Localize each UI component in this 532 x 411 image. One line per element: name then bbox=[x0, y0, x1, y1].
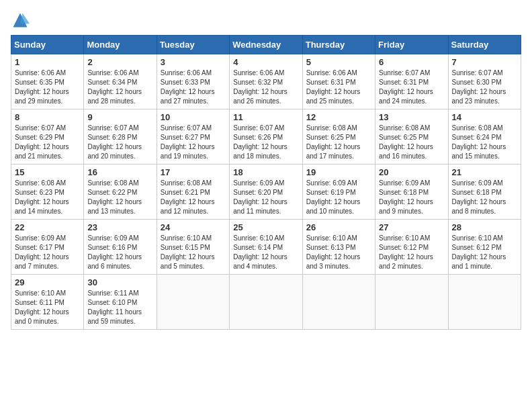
calendar-cell: 17 Sunrise: 6:08 AM Sunset: 6:21 PM Dayl… bbox=[157, 165, 229, 220]
day-info: Sunrise: 6:08 AM Sunset: 6:24 PM Dayligh… bbox=[452, 124, 517, 161]
day-number: 12 bbox=[306, 112, 371, 122]
calendar-cell bbox=[230, 275, 302, 330]
day-number: 4 bbox=[233, 57, 298, 67]
calendar-cell: 4 Sunrise: 6:06 AM Sunset: 6:32 PM Dayli… bbox=[230, 54, 302, 109]
logo bbox=[11, 11, 32, 30]
calendar-cell: 5 Sunrise: 6:06 AM Sunset: 6:31 PM Dayli… bbox=[302, 54, 375, 109]
day-number: 19 bbox=[306, 167, 371, 177]
calendar-cell: 27 Sunrise: 6:10 AM Sunset: 6:12 PM Dayl… bbox=[375, 220, 448, 275]
weekday-header-wednesday: Wednesday bbox=[230, 36, 302, 54]
calendar-cell: 22 Sunrise: 6:09 AM Sunset: 6:17 PM Dayl… bbox=[11, 220, 84, 275]
day-info: Sunrise: 6:11 AM Sunset: 6:10 PM Dayligh… bbox=[87, 289, 152, 326]
weekday-header-saturday: Saturday bbox=[448, 36, 521, 54]
calendar-week-row: 1 Sunrise: 6:06 AM Sunset: 6:35 PM Dayli… bbox=[11, 54, 521, 109]
logo-icon bbox=[11, 11, 30, 30]
day-number: 10 bbox=[161, 112, 226, 122]
calendar-cell: 6 Sunrise: 6:07 AM Sunset: 6:31 PM Dayli… bbox=[375, 54, 448, 109]
day-info: Sunrise: 6:07 AM Sunset: 6:27 PM Dayligh… bbox=[161, 124, 226, 161]
calendar-week-row: 22 Sunrise: 6:09 AM Sunset: 6:17 PM Dayl… bbox=[11, 220, 521, 275]
weekday-header-friday: Friday bbox=[375, 36, 448, 54]
day-number: 7 bbox=[452, 57, 517, 67]
day-info: Sunrise: 6:08 AM Sunset: 6:23 PM Dayligh… bbox=[15, 179, 80, 216]
day-number: 11 bbox=[233, 112, 298, 122]
day-info: Sunrise: 6:08 AM Sunset: 6:21 PM Dayligh… bbox=[161, 179, 226, 216]
calendar-week-row: 29 Sunrise: 6:10 AM Sunset: 6:11 PM Dayl… bbox=[11, 275, 521, 330]
day-info: Sunrise: 6:07 AM Sunset: 6:26 PM Dayligh… bbox=[233, 124, 298, 161]
day-number: 26 bbox=[306, 222, 371, 232]
calendar-cell: 26 Sunrise: 6:10 AM Sunset: 6:13 PM Dayl… bbox=[302, 220, 375, 275]
day-info: Sunrise: 6:10 AM Sunset: 6:12 PM Dayligh… bbox=[379, 234, 444, 271]
calendar-cell: 18 Sunrise: 6:09 AM Sunset: 6:20 PM Dayl… bbox=[230, 165, 302, 220]
calendar-cell: 30 Sunrise: 6:11 AM Sunset: 6:10 PM Dayl… bbox=[84, 275, 157, 330]
weekday-header-monday: Monday bbox=[84, 36, 157, 54]
day-info: Sunrise: 6:09 AM Sunset: 6:20 PM Dayligh… bbox=[233, 179, 298, 216]
calendar-week-row: 15 Sunrise: 6:08 AM Sunset: 6:23 PM Dayl… bbox=[11, 165, 521, 220]
day-info: Sunrise: 6:09 AM Sunset: 6:16 PM Dayligh… bbox=[87, 234, 152, 271]
day-number: 24 bbox=[161, 222, 226, 232]
day-info: Sunrise: 6:06 AM Sunset: 6:33 PM Dayligh… bbox=[161, 68, 226, 106]
weekday-header-sunday: Sunday bbox=[11, 36, 84, 54]
calendar-cell bbox=[157, 275, 229, 330]
weekday-header-tuesday: Tuesday bbox=[157, 36, 229, 54]
day-info: Sunrise: 6:07 AM Sunset: 6:29 PM Dayligh… bbox=[15, 124, 80, 161]
svg-marker-1 bbox=[20, 13, 30, 24]
day-info: Sunrise: 6:10 AM Sunset: 6:14 PM Dayligh… bbox=[233, 234, 298, 271]
day-number: 8 bbox=[15, 112, 80, 122]
day-info: Sunrise: 6:07 AM Sunset: 6:31 PM Dayligh… bbox=[379, 68, 444, 106]
day-number: 21 bbox=[452, 167, 517, 177]
day-info: Sunrise: 6:09 AM Sunset: 6:18 PM Dayligh… bbox=[379, 179, 444, 216]
day-info: Sunrise: 6:07 AM Sunset: 6:28 PM Dayligh… bbox=[87, 124, 152, 161]
day-info: Sunrise: 6:08 AM Sunset: 6:25 PM Dayligh… bbox=[306, 124, 371, 161]
day-number: 5 bbox=[306, 57, 371, 67]
calendar-cell bbox=[448, 275, 521, 330]
day-number: 17 bbox=[161, 167, 226, 177]
calendar-cell: 8 Sunrise: 6:07 AM Sunset: 6:29 PM Dayli… bbox=[11, 109, 84, 165]
day-number: 30 bbox=[87, 277, 152, 287]
calendar-cell: 10 Sunrise: 6:07 AM Sunset: 6:27 PM Dayl… bbox=[157, 109, 229, 165]
day-number: 18 bbox=[233, 167, 298, 177]
day-number: 1 bbox=[15, 57, 80, 67]
day-info: Sunrise: 6:06 AM Sunset: 6:35 PM Dayligh… bbox=[15, 68, 80, 106]
day-number: 29 bbox=[15, 277, 80, 287]
day-number: 27 bbox=[379, 222, 444, 232]
calendar-cell bbox=[302, 275, 375, 330]
day-info: Sunrise: 6:06 AM Sunset: 6:31 PM Dayligh… bbox=[306, 68, 371, 106]
day-number: 3 bbox=[161, 57, 226, 67]
day-number: 23 bbox=[87, 222, 152, 232]
day-number: 14 bbox=[452, 112, 517, 122]
calendar-cell: 29 Sunrise: 6:10 AM Sunset: 6:11 PM Dayl… bbox=[11, 275, 84, 330]
day-info: Sunrise: 6:09 AM Sunset: 6:17 PM Dayligh… bbox=[15, 234, 80, 271]
day-info: Sunrise: 6:09 AM Sunset: 6:18 PM Dayligh… bbox=[452, 179, 517, 216]
calendar-cell: 15 Sunrise: 6:08 AM Sunset: 6:23 PM Dayl… bbox=[11, 165, 84, 220]
weekday-header-thursday: Thursday bbox=[302, 36, 375, 54]
day-number: 13 bbox=[379, 112, 444, 122]
day-info: Sunrise: 6:10 AM Sunset: 6:13 PM Dayligh… bbox=[306, 234, 371, 271]
day-info: Sunrise: 6:09 AM Sunset: 6:19 PM Dayligh… bbox=[306, 179, 371, 216]
page-header bbox=[11, 11, 521, 30]
day-number: 15 bbox=[15, 167, 80, 177]
calendar-cell: 23 Sunrise: 6:09 AM Sunset: 6:16 PM Dayl… bbox=[84, 220, 157, 275]
day-info: Sunrise: 6:10 AM Sunset: 6:11 PM Dayligh… bbox=[15, 289, 80, 326]
calendar-cell: 3 Sunrise: 6:06 AM Sunset: 6:33 PM Dayli… bbox=[157, 54, 229, 109]
calendar-cell: 13 Sunrise: 6:08 AM Sunset: 6:25 PM Dayl… bbox=[375, 109, 448, 165]
day-info: Sunrise: 6:08 AM Sunset: 6:25 PM Dayligh… bbox=[379, 124, 444, 161]
calendar-cell: 24 Sunrise: 6:10 AM Sunset: 6:15 PM Dayl… bbox=[157, 220, 229, 275]
day-number: 6 bbox=[379, 57, 444, 67]
day-number: 20 bbox=[379, 167, 444, 177]
day-number: 2 bbox=[87, 57, 152, 67]
day-info: Sunrise: 6:08 AM Sunset: 6:22 PM Dayligh… bbox=[87, 179, 152, 216]
day-number: 9 bbox=[87, 112, 152, 122]
day-number: 16 bbox=[87, 167, 152, 177]
calendar-cell: 11 Sunrise: 6:07 AM Sunset: 6:26 PM Dayl… bbox=[230, 109, 302, 165]
day-number: 28 bbox=[452, 222, 517, 232]
calendar-cell: 25 Sunrise: 6:10 AM Sunset: 6:14 PM Dayl… bbox=[230, 220, 302, 275]
calendar-cell: 16 Sunrise: 6:08 AM Sunset: 6:22 PM Dayl… bbox=[84, 165, 157, 220]
day-info: Sunrise: 6:10 AM Sunset: 6:12 PM Dayligh… bbox=[452, 234, 517, 271]
calendar-cell: 9 Sunrise: 6:07 AM Sunset: 6:28 PM Dayli… bbox=[84, 109, 157, 165]
calendar-cell bbox=[375, 275, 448, 330]
calendar-cell: 7 Sunrise: 6:07 AM Sunset: 6:30 PM Dayli… bbox=[448, 54, 521, 109]
day-number: 25 bbox=[233, 222, 298, 232]
day-number: 22 bbox=[15, 222, 80, 232]
day-info: Sunrise: 6:10 AM Sunset: 6:15 PM Dayligh… bbox=[161, 234, 226, 271]
calendar-cell: 14 Sunrise: 6:08 AM Sunset: 6:24 PM Dayl… bbox=[448, 109, 521, 165]
